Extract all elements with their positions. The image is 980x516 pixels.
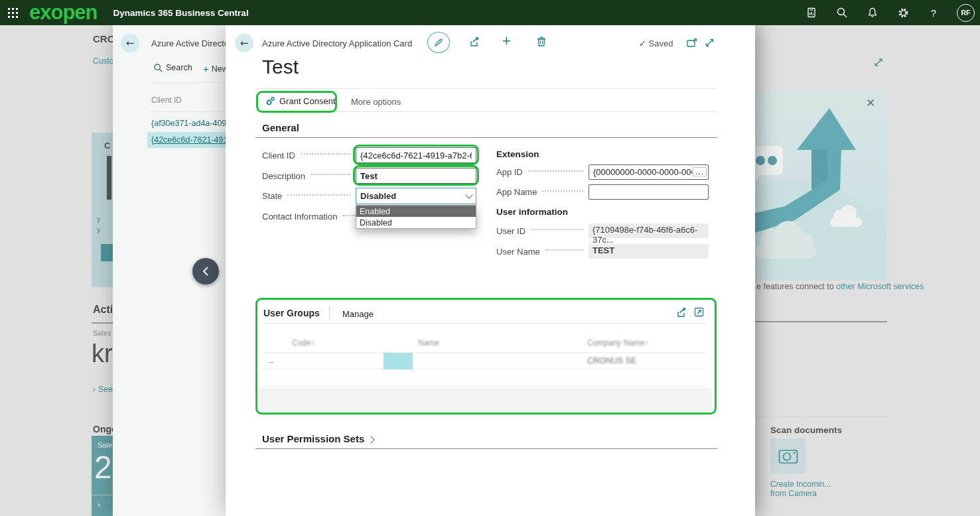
dotted-leader — [531, 229, 583, 230]
search-icon[interactable] — [835, 5, 849, 20]
state-row: State Disabled — [262, 188, 476, 204]
back-arrow-icon[interactable]: ← — [121, 34, 139, 52]
plus-icon: + — [203, 63, 209, 74]
actionbar-bottom-line — [255, 111, 717, 112]
assist-edit-button[interactable]: ... — [693, 167, 707, 176]
saved-status: ✓ Saved — [639, 38, 673, 48]
user-id-label: User ID — [496, 226, 525, 236]
user-permission-sets-heading: User Permission Sets — [262, 433, 364, 444]
actionbar-top-line — [255, 88, 717, 89]
dotted-leader — [542, 190, 583, 192]
header-separator — [329, 306, 330, 319]
collapse-pane-button[interactable] — [192, 258, 219, 285]
app-launcher-waffle-icon[interactable] — [5, 5, 20, 20]
pencil-icon — [434, 38, 443, 47]
grant-consent-icon — [265, 96, 275, 106]
client-id-label: Client ID — [262, 151, 295, 161]
dotted-leader — [301, 153, 350, 155]
search-icon — [154, 64, 163, 72]
state-value: Disabled — [360, 191, 396, 201]
selected-cell[interactable] — [384, 353, 413, 369]
user-id-value: {7109498e-f74b-46f6-a6c6-37c... — [589, 224, 709, 238]
client-id-row: Client ID — [262, 147, 476, 163]
user-name-value: TEST — [589, 244, 709, 259]
contact-info-row: Contact Information — [262, 212, 352, 222]
description-row: Description — [262, 168, 476, 184]
aad-application-card: ← Azure Active Directory Application Car… — [226, 25, 755, 516]
resize-expand-icon[interactable] — [705, 38, 715, 48]
user-permission-sets-section[interactable]: User Permission Sets — [262, 433, 374, 444]
state-dropdown[interactable]: Disabled — [356, 188, 476, 204]
table-row-empty[interactable] — [262, 369, 707, 387]
contact-info-label: Contact Information — [262, 212, 337, 222]
trash-icon — [536, 36, 547, 47]
back-arrow-icon[interactable]: ← — [235, 34, 253, 52]
edit-button[interactable] — [427, 32, 450, 53]
row-indicator-icon: → — [267, 356, 275, 365]
client-id-input[interactable] — [356, 147, 476, 163]
state-option-enabled[interactable]: Enabled — [356, 206, 476, 217]
more-options-action[interactable]: More options — [351, 97, 401, 107]
avatar[interactable]: RF — [957, 4, 975, 22]
user-name-row: User Name TEST — [496, 244, 709, 259]
open-in-window-icon[interactable] — [687, 38, 697, 48]
app-name-row: App Name — [496, 184, 709, 200]
state-dropdown-list: Enabled Disabled — [356, 205, 476, 229]
top-bar: exopen Dynamics 365 Business Central ? R… — [0, 0, 980, 25]
user-id-row: User ID {7109498e-f74b-46f6-a6c6-37c... — [496, 224, 709, 238]
new-button[interactable]: + — [502, 32, 511, 50]
user-name-label: User Name — [496, 247, 540, 257]
state-label: State — [262, 191, 282, 201]
general-underline — [255, 137, 717, 138]
open-in-full-icon[interactable] — [694, 307, 704, 317]
user-information-heading: User information — [496, 207, 568, 217]
app-title: Dynamics 365 Business Central — [113, 8, 249, 18]
delete-button[interactable] — [536, 36, 547, 47]
report-icon[interactable] — [804, 5, 819, 20]
table-row[interactable]: → CRONUS SE — [262, 352, 707, 369]
dotted-leader — [342, 215, 356, 216]
client-id-column-header: Client ID — [151, 96, 182, 105]
help-icon[interactable]: ? — [926, 5, 941, 20]
description-label: Description — [262, 171, 305, 181]
dotted-leader — [528, 170, 583, 172]
company-name-cell: CRONUS SE — [587, 356, 636, 365]
app-name-label: App Name — [496, 187, 537, 197]
column-header-company: Company Name↑ — [587, 338, 649, 348]
chevron-left-icon — [202, 266, 210, 277]
grant-consent-action[interactable]: Grant Consent — [265, 96, 336, 106]
app-id-input[interactable] — [589, 164, 709, 180]
list-page-title: Azure Active Directory — [151, 38, 236, 48]
chevron-right-icon — [368, 436, 375, 443]
search-action[interactable]: Search — [154, 63, 192, 72]
notifications-bell-icon[interactable] — [865, 5, 880, 20]
dotted-leader — [287, 194, 350, 196]
app-id-label: App ID — [496, 167, 523, 177]
column-header-name: Name — [418, 338, 439, 348]
dotted-leader — [311, 174, 350, 175]
user-groups-heading: User Groups — [263, 308, 320, 318]
chevron-down-icon — [465, 191, 472, 198]
list-row-2-selected[interactable]: {42ce6c6d-7621-4919 — [151, 135, 232, 145]
toolbar-divider — [149, 82, 226, 83]
list-row-1[interactable]: {af30e371-ad4a-4097 — [151, 119, 231, 128]
page-title: Test — [262, 56, 299, 78]
share-icon — [468, 36, 480, 48]
settings-gear-icon[interactable] — [896, 5, 910, 20]
share-button[interactable] — [675, 306, 687, 318]
ups-underline — [255, 448, 717, 449]
general-heading: General — [262, 122, 299, 133]
description-input[interactable] — [356, 168, 476, 184]
user-groups-part: User Groups Manage Code↑ Name Company Na… — [257, 300, 715, 413]
column-header-code: Code↑ — [292, 338, 315, 348]
share-icon — [675, 306, 687, 318]
manage-action[interactable]: Manage — [342, 309, 374, 319]
card-caption: Azure Active Directory Application Card — [262, 38, 412, 48]
app-name-input[interactable] — [589, 184, 709, 200]
state-option-disabled[interactable]: Disabled — [356, 217, 476, 228]
dotted-leader — [545, 249, 583, 251]
new-action[interactable]: + New — [203, 63, 228, 74]
exopen-logo: exopen — [29, 3, 98, 23]
header-divider — [149, 111, 226, 112]
share-button[interactable] — [468, 36, 480, 48]
